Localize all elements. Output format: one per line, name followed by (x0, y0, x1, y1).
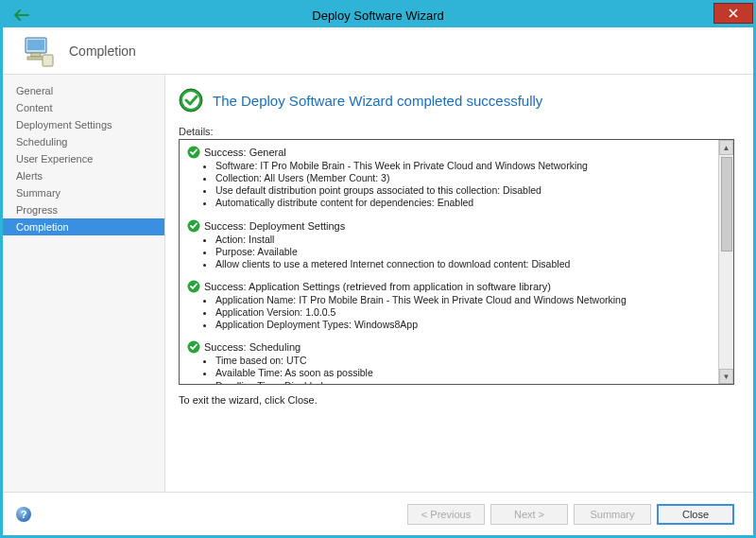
detail-item: Use default distribution point groups as… (215, 184, 711, 197)
section-title: Success: General (204, 147, 286, 158)
close-button[interactable]: Close (657, 504, 734, 525)
details-box: Success: General Software: IT Pro Mobile… (179, 139, 734, 385)
wizard-steps-sidebar: General Content Deployment Settings Sche… (3, 75, 165, 492)
details-content: Success: General Software: IT Pro Mobile… (180, 140, 718, 384)
sidebar-step-scheduling[interactable]: Scheduling (3, 133, 164, 150)
sidebar-step-content[interactable]: Content (3, 99, 164, 116)
page-header: Completion (3, 27, 753, 75)
section-deployment-settings: Success: Deployment Settings Action: Ins… (187, 219, 711, 270)
detail-item: Purpose: Available (215, 246, 711, 258)
section-application-settings: Success: Application Settings (retrieved… (187, 280, 711, 331)
window-close-button[interactable] (713, 3, 753, 24)
section-general: Success: General Software: IT Pro Mobile… (187, 146, 711, 210)
detail-item: Time based on: UTC (215, 355, 711, 367)
sidebar-step-alerts[interactable]: Alerts (3, 167, 164, 184)
next-button: Next > (490, 504, 568, 525)
detail-item: Allow clients to use a metered Internet … (215, 258, 711, 270)
scroll-down-icon[interactable]: ▼ (719, 369, 733, 384)
detail-item: Available Time: As soon as possible (215, 367, 711, 379)
sidebar-step-user-experience[interactable]: User Experience (3, 150, 164, 167)
svg-rect-2 (31, 53, 41, 57)
svg-rect-4 (43, 55, 53, 66)
svg-rect-1 (27, 40, 44, 50)
success-message: The Deploy Software Wizard completed suc… (213, 93, 542, 109)
footer: ? < Previous Next > Summary Close (3, 492, 753, 535)
sidebar-step-completion[interactable]: Completion (3, 218, 164, 235)
section-title: Success: Deployment Settings (204, 220, 345, 232)
sidebar-step-progress[interactable]: Progress (3, 201, 164, 218)
success-check-icon (187, 280, 200, 293)
success-check-icon (179, 88, 203, 113)
detail-item: Action: Install (215, 234, 711, 246)
titlebar: Deploy Software Wizard (3, 3, 753, 27)
detail-item: Deadline Time: Disabled (215, 380, 711, 385)
help-icon[interactable]: ? (16, 507, 31, 522)
detail-item: Software: IT Pro Mobile Brain - This Wee… (215, 160, 711, 172)
summary-button: Summary (574, 504, 651, 525)
svg-rect-3 (27, 57, 44, 60)
main-panel: The Deploy Software Wizard completed suc… (165, 75, 753, 492)
wizard-icon (20, 33, 56, 69)
sidebar-step-summary[interactable]: Summary (3, 184, 164, 201)
section-title: Success: Scheduling (204, 341, 301, 353)
exit-hint: To exit the wizard, click Close. (179, 394, 734, 406)
page-title: Completion (69, 43, 136, 59)
scroll-thumb[interactable] (721, 157, 732, 252)
detail-item: Application Version: 1.0.0.5 (215, 306, 711, 319)
window-title: Deploy Software Wizard (3, 9, 753, 23)
sidebar-step-general[interactable]: General (3, 82, 164, 99)
scroll-up-icon[interactable]: ▲ (719, 140, 733, 155)
detail-item: Automatically distribute content for dep… (215, 197, 711, 209)
detail-item: Application Deployment Types: Windows8Ap… (215, 319, 711, 331)
detail-item: Application Name: IT Pro Mobile Brain - … (215, 294, 711, 306)
success-check-icon (187, 340, 200, 354)
section-title: Success: Application Settings (retrieved… (204, 281, 551, 292)
sidebar-step-deployment-settings[interactable]: Deployment Settings (3, 116, 164, 133)
success-check-icon (187, 219, 200, 233)
scrollbar[interactable]: ▲ ▼ (718, 140, 733, 384)
previous-button: < Previous (407, 504, 485, 525)
section-scheduling: Success: Scheduling Time based on: UTC A… (187, 340, 711, 384)
detail-item: Collection: All Users (Member Count: 3) (215, 172, 711, 184)
success-check-icon (187, 146, 200, 159)
details-label: Details: (179, 126, 734, 137)
